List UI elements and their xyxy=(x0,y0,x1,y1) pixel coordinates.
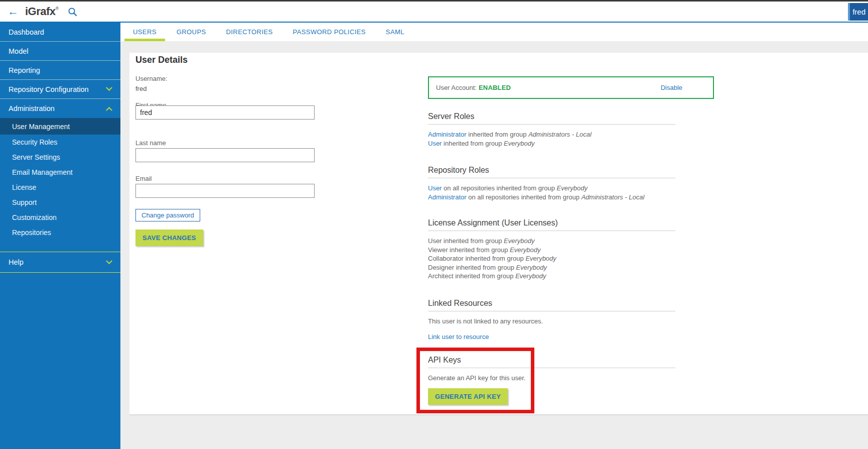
sidebar-subitem-email-management[interactable]: Email Management xyxy=(0,165,120,180)
chevron-down-icon xyxy=(106,84,112,91)
linked-resources-section: Linked Resources This user is not linked… xyxy=(428,299,714,341)
tab-groups[interactable]: GROUPS xyxy=(168,23,215,41)
api-keys-section: API Keys Generate an API key for this us… xyxy=(428,356,714,405)
server-role-item: User inherited from group Everybody xyxy=(428,139,714,148)
repository-role-item: Administrator on all repositories inheri… xyxy=(428,193,714,202)
sidebar-subitem-security-roles[interactable]: Security Roles xyxy=(0,135,120,150)
back-arrow-icon[interactable]: ← xyxy=(8,6,19,17)
server-role-item: Administrator inherited from group Admin… xyxy=(428,130,714,139)
tab-saml[interactable]: SAML xyxy=(377,23,413,41)
first-name-field[interactable] xyxy=(135,105,315,120)
user-details-form: User Details Username: fred First name L… xyxy=(135,53,326,414)
sidebar-subitem-user-management[interactable]: User Management xyxy=(0,118,120,135)
account-status-badge: ENABLED xyxy=(479,84,511,91)
page-title: User Details xyxy=(135,55,188,65)
license-item: Viewer inherited from group Everybody xyxy=(428,246,714,255)
license-item: User inherited from group Everybody xyxy=(428,237,714,246)
username-label: Username: xyxy=(135,75,168,82)
server-roles-title: Server Roles xyxy=(428,112,675,125)
linked-resources-empty-text: This user is not linked to any resources… xyxy=(428,317,714,326)
linked-resources-title: Linked Resources xyxy=(428,299,675,311)
license-item: Collaborator inherited from group Everyb… xyxy=(428,254,714,263)
user-details-panel: User Details Username: fred First name L… xyxy=(129,53,868,415)
role-link[interactable]: Administrator xyxy=(428,131,467,138)
sidebar-subitem-server-settings[interactable]: Server Settings xyxy=(0,150,120,165)
chevron-down-icon xyxy=(106,258,112,264)
last-name-field[interactable] xyxy=(135,148,315,162)
email-label: Email xyxy=(135,175,152,182)
repository-roles-title: Repository Roles xyxy=(428,166,675,178)
sidebar-help-section: Help xyxy=(0,252,120,273)
role-link[interactable]: User xyxy=(428,184,442,192)
change-password-button[interactable]: Change password xyxy=(135,209,200,221)
email-field[interactable] xyxy=(135,184,315,198)
user-account-label: User Account: xyxy=(436,84,477,91)
igrafx-logo: iGrafx® xyxy=(25,5,59,18)
sidebar-subitem-license[interactable]: License xyxy=(0,180,120,195)
tab-users[interactable]: USERS xyxy=(124,23,165,41)
link-user-to-resource-link[interactable]: Link user to resource xyxy=(428,333,489,341)
role-link[interactable]: User xyxy=(428,140,442,147)
license-assignment-section: License Assignment (User Licenses) User … xyxy=(428,218,714,281)
sidebar-subitem-repositories[interactable]: Repositories xyxy=(0,225,120,240)
user-account-status-box: User Account: ENABLED Disable xyxy=(428,76,714,99)
admin-tab-bar: USERS GROUPS DIRECTORIES PASSWORD POLICI… xyxy=(120,23,868,41)
repository-roles-section: Repository Roles User on all repositorie… xyxy=(428,166,714,201)
license-item: Designer inherited from group Everybody xyxy=(428,263,714,272)
api-keys-description: Generate an API key for this user. xyxy=(428,374,714,382)
sidebar-item-help[interactable]: Help xyxy=(0,252,120,272)
sidebar-item-administration[interactable]: Administration xyxy=(0,99,120,118)
sidebar-item-model[interactable]: Model xyxy=(0,42,120,61)
username-value: fred xyxy=(135,85,147,92)
save-changes-button[interactable]: SAVE CHANGES xyxy=(135,230,203,246)
generate-api-key-button[interactable]: GENERATE API KEY xyxy=(428,388,508,405)
sidebar-subitem-support[interactable]: Support xyxy=(0,195,120,210)
sidebar-item-reporting[interactable]: Reporting xyxy=(0,61,120,80)
chevron-up-icon xyxy=(106,106,112,113)
sidebar-item-repository-configuration[interactable]: Repository Configuration xyxy=(0,80,120,99)
search-icon[interactable] xyxy=(68,7,77,17)
api-keys-title: API Keys xyxy=(428,356,675,368)
sidebar-item-dashboard[interactable]: Dashboard xyxy=(0,23,120,42)
disable-account-link[interactable]: Disable xyxy=(661,84,682,91)
server-roles-section: Server Roles Administrator inherited fro… xyxy=(428,112,714,148)
user-roles-column: User Account: ENABLED Disable Server Rol… xyxy=(428,53,716,414)
sidebar-subitem-customization[interactable]: Customization xyxy=(0,210,120,225)
license-assignment-title: License Assignment (User Licenses) xyxy=(428,218,675,231)
last-name-label: Last name xyxy=(135,139,166,147)
sidebar-nav: Dashboard Model Reporting Repository Con… xyxy=(0,23,120,449)
registered-mark: ® xyxy=(56,6,59,11)
top-bar: ← iGrafx® fred xyxy=(0,0,868,23)
role-link[interactable]: Administrator xyxy=(428,193,467,201)
tab-password-policies[interactable]: PASSWORD POLICIES xyxy=(284,23,374,41)
current-user-badge[interactable]: fred xyxy=(848,3,868,21)
tab-directories[interactable]: DIRECTORIES xyxy=(218,23,281,41)
repository-role-item: User on all repositories inherited from … xyxy=(428,184,714,193)
license-item: Architect inherited from group Everybody xyxy=(428,272,714,281)
content-background: User Details Username: fred First name L… xyxy=(120,41,868,449)
